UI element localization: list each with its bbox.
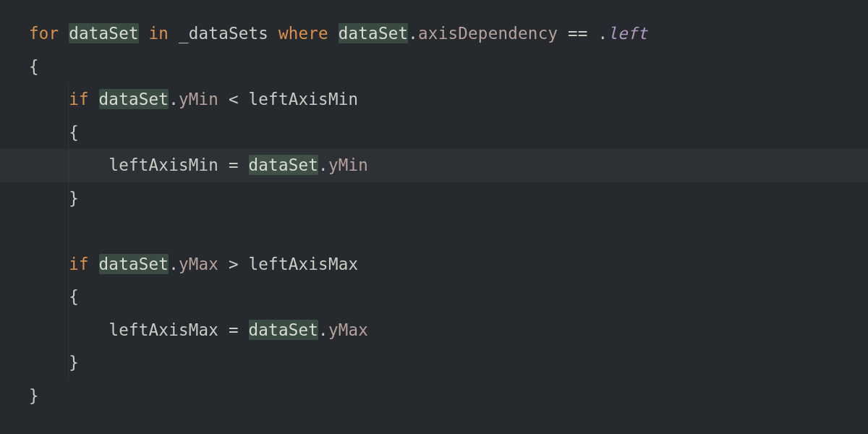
member-ymax: yMax — [179, 255, 218, 273]
member-ymin: yMin — [328, 156, 368, 174]
code-line[interactable]: } — [0, 182, 868, 216]
code-editor[interactable]: for dataSet in _dataSets where dataSet.a… — [0, 0, 868, 412]
code-line-current[interactable]: leftAxisMin = dataSet.yMin — [0, 149, 868, 182]
dot: . — [169, 90, 179, 109]
brace-close: } — [69, 189, 79, 208]
identifier-leftaxismin: leftAxisMin — [249, 90, 359, 109]
identifier-dataset: dataSet — [249, 155, 319, 175]
member-ymin: yMin — [179, 90, 218, 109]
code-line[interactable]: leftAxisMax = dataSet.yMax — [0, 314, 868, 347]
keyword-where: where — [278, 24, 328, 43]
code-line[interactable]: if dataSet.yMin < leftAxisMin — [0, 83, 868, 116]
brace-open: { — [69, 287, 79, 306]
keyword-in: in — [149, 24, 169, 43]
keyword-if: if — [69, 255, 89, 273]
code-line[interactable]: } — [0, 346, 868, 380]
operator-eqeq: == — [568, 24, 588, 43]
identifier-dataset: dataSet — [339, 23, 409, 43]
keyword-if: if — [69, 90, 89, 109]
identifier-leftaxismin: leftAxisMin — [109, 156, 218, 174]
identifier-datasets: _dataSets — [179, 24, 268, 43]
code-line[interactable]: if dataSet.yMax > leftAxisMax — [0, 248, 868, 281]
dot: . — [408, 24, 418, 43]
brace-close: } — [29, 386, 39, 405]
member-ymax: yMax — [328, 320, 368, 339]
identifier-leftaxismax: leftAxisMax — [249, 255, 359, 273]
enum-left: left — [608, 24, 647, 43]
code-line[interactable]: { — [0, 51, 868, 84]
identifier-dataset: dataSet — [69, 23, 139, 43]
code-line-blank[interactable] — [0, 215, 868, 248]
identifier-dataset: dataSet — [99, 254, 169, 274]
dot: . — [169, 255, 179, 273]
code-line[interactable]: } — [0, 380, 868, 413]
dot: . — [318, 320, 328, 339]
member-axisdependency: axisDependency — [418, 24, 558, 43]
operator-lt: < — [229, 90, 239, 109]
operator-assign: = — [229, 320, 239, 339]
operator-assign: = — [229, 156, 239, 174]
identifier-dataset: dataSet — [99, 89, 169, 109]
code-line[interactable]: { — [0, 116, 868, 150]
dot: . — [318, 156, 328, 174]
code-line[interactable]: for dataSet in _dataSets where dataSet.a… — [0, 17, 868, 51]
identifier-leftaxismax: leftAxisMax — [109, 320, 218, 339]
code-line[interactable]: { — [0, 281, 868, 314]
keyword-for: for — [29, 24, 59, 43]
operator-gt: > — [229, 255, 239, 273]
brace-close: } — [69, 353, 79, 372]
identifier-dataset: dataSet — [249, 320, 319, 340]
brace-open: { — [69, 123, 79, 142]
dot: . — [597, 24, 608, 43]
brace-open: { — [29, 57, 39, 76]
